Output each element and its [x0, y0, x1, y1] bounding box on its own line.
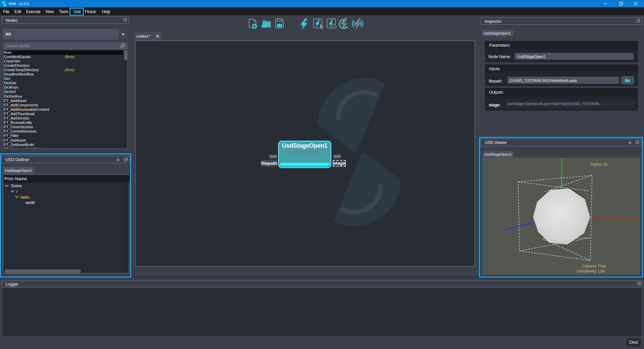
svg-text:Camera: Free: Camera: Free: [582, 264, 606, 268]
svg-text:world: world: [25, 200, 35, 205]
svg-text:Scene: Scene: [11, 184, 22, 188]
svg-text:Hydra: GL: Hydra: GL: [591, 162, 608, 167]
svg-text:Complexity: Low: Complexity: Low: [577, 269, 605, 273]
svg-text:/: /: [16, 189, 18, 194]
svg-text:hello: hello: [20, 195, 30, 200]
